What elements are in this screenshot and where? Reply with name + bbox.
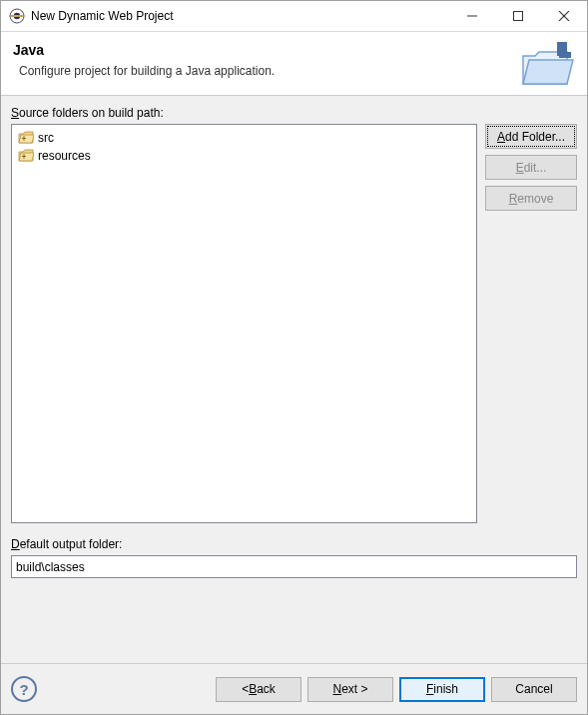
finish-button[interactable]: Finish bbox=[399, 677, 485, 702]
output-folder-label: Default output folder: bbox=[11, 537, 577, 551]
edit-button: Edit... bbox=[485, 155, 577, 180]
source-folders-label: Source folders on build path: bbox=[11, 106, 577, 120]
content-area: Source folders on build path: srcresourc… bbox=[1, 96, 587, 663]
wizard-header: Java Configure project for building a Ja… bbox=[1, 32, 587, 96]
back-button[interactable]: < Back bbox=[216, 677, 301, 702]
next-button[interactable]: Next > bbox=[307, 677, 393, 702]
folder-banner-icon bbox=[519, 40, 575, 92]
close-button[interactable] bbox=[541, 1, 587, 31]
source-folders-list[interactable]: srcresources bbox=[11, 124, 477, 523]
output-folder-input[interactable] bbox=[11, 555, 577, 578]
folder-item-label: src bbox=[38, 131, 54, 145]
maximize-button[interactable] bbox=[495, 1, 541, 31]
page-subtitle: Configure project for building a Java ap… bbox=[13, 64, 575, 78]
side-buttons: Add Folder... Edit... Remove bbox=[485, 124, 577, 523]
package-folder-icon bbox=[18, 149, 34, 163]
source-folder-item[interactable]: resources bbox=[16, 147, 472, 165]
source-folder-item[interactable]: src bbox=[16, 129, 472, 147]
remove-button: Remove bbox=[485, 186, 577, 211]
footer: ? < Back Next > Finish Cancel bbox=[1, 663, 587, 714]
titlebar-title: New Dynamic Web Project bbox=[31, 9, 449, 23]
folder-item-label: resources bbox=[38, 149, 91, 163]
svg-rect-4 bbox=[514, 12, 523, 21]
package-folder-icon bbox=[18, 131, 34, 145]
page-title: Java bbox=[13, 42, 575, 58]
help-icon[interactable]: ? bbox=[11, 676, 37, 702]
svg-rect-8 bbox=[559, 52, 571, 58]
svg-rect-2 bbox=[11, 15, 23, 17]
cancel-button[interactable]: Cancel bbox=[491, 677, 577, 702]
add-folder-button[interactable]: Add Folder... bbox=[485, 124, 577, 149]
app-icon bbox=[9, 8, 25, 24]
titlebar[interactable]: New Dynamic Web Project bbox=[1, 1, 587, 32]
minimize-button[interactable] bbox=[449, 1, 495, 31]
